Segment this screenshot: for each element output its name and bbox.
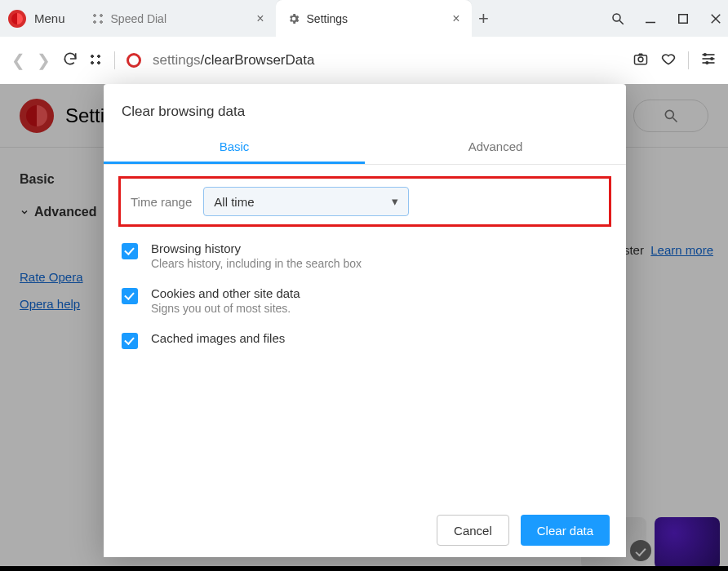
easy-setup-button[interactable] <box>700 51 717 70</box>
svg-point-13 <box>706 61 708 64</box>
time-range-label: Time range <box>131 195 192 209</box>
option-title: Cached images and files <box>151 331 285 345</box>
minimize-icon[interactable] <box>643 11 658 26</box>
reload-button[interactable] <box>62 51 78 70</box>
tab-strip: Speed Dial × Settings × + <box>80 0 496 37</box>
time-range-value: All time <box>214 195 254 209</box>
back-button[interactable]: ❮ <box>11 52 25 69</box>
dialog-tab-basic[interactable]: Basic <box>104 130 365 164</box>
option-sub: Signs you out of most sites. <box>151 302 300 315</box>
svg-point-0 <box>613 14 620 21</box>
address-path: /clearBrowserData <box>201 52 315 68</box>
address-host: settings <box>153 52 201 68</box>
svg-rect-3 <box>679 14 688 23</box>
clear-data-button[interactable]: Clear data <box>521 515 610 546</box>
svg-point-7 <box>638 56 643 61</box>
divider <box>688 51 689 69</box>
option-title: Cookies and other site data <box>151 286 300 300</box>
close-icon[interactable]: × <box>452 12 459 25</box>
tab-settings[interactable]: Settings × <box>276 0 472 37</box>
tab-label: Settings <box>307 12 348 25</box>
toolbar: ❮ ❯ settings/clearBrowserData <box>0 37 728 84</box>
bottom-strip <box>0 566 728 571</box>
address-bar[interactable]: settings/clearBrowserData <box>153 52 314 69</box>
option-cache[interactable]: Cached images and files <box>122 331 608 349</box>
snapshot-icon[interactable] <box>633 51 649 70</box>
titlebar: Menu Speed Dial × Settings × + <box>0 0 728 37</box>
heart-icon[interactable] <box>660 51 677 70</box>
maximize-icon[interactable] <box>676 11 690 26</box>
opera-url-icon <box>127 53 141 68</box>
chevron-down-icon: ▾ <box>392 194 398 209</box>
menu-button[interactable]: Menu <box>34 11 65 25</box>
dialog-tab-advanced[interactable]: Advanced <box>365 130 626 164</box>
new-tab-button[interactable]: + <box>472 0 496 37</box>
option-cookies[interactable]: Cookies and other site data Signs you ou… <box>122 286 608 315</box>
svg-point-11 <box>704 53 707 55</box>
time-range-row: Time range All time ▾ <box>118 176 611 227</box>
opera-logo-icon[interactable] <box>8 10 26 28</box>
svg-line-1 <box>619 20 624 24</box>
checkbox-checked-icon[interactable] <box>122 333 138 349</box>
gear-icon <box>287 12 300 25</box>
easy-setup-icon[interactable] <box>90 54 103 67</box>
checkbox-checked-icon[interactable] <box>122 288 138 304</box>
svg-point-12 <box>711 57 713 60</box>
dialog-title: Clear browsing data <box>104 84 626 130</box>
option-browsing-history[interactable]: Browsing history Clears history, includi… <box>122 241 608 270</box>
divider <box>114 51 115 69</box>
option-sub: Clears history, including in the search … <box>151 257 362 270</box>
search-icon[interactable] <box>610 11 625 26</box>
tab-speed-dial[interactable]: Speed Dial × <box>80 0 276 37</box>
checkbox-checked-icon[interactable] <box>122 243 138 259</box>
close-icon[interactable] <box>708 11 723 26</box>
forward-button[interactable]: ❯ <box>37 52 51 69</box>
option-title: Browsing history <box>151 241 362 255</box>
speed-dial-icon <box>91 12 104 25</box>
time-range-select[interactable]: All time ▾ <box>203 187 409 216</box>
cancel-button[interactable]: Cancel <box>437 515 509 546</box>
clear-browsing-data-dialog: Clear browsing data Basic Advanced Time … <box>104 84 626 557</box>
close-icon[interactable]: × <box>256 12 264 25</box>
tab-label: Speed Dial <box>111 12 167 25</box>
